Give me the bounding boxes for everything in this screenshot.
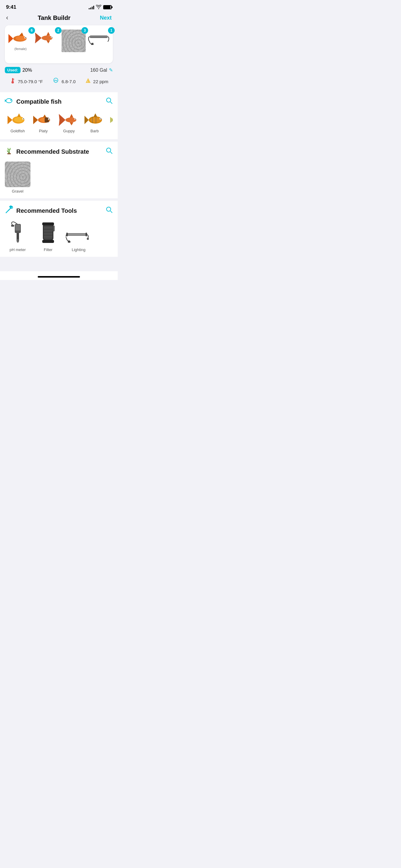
- tank-badge-3: 3: [82, 27, 88, 34]
- svg-rect-16: [93, 43, 93, 44]
- lighting-name: Lighting: [72, 247, 86, 252]
- substrate-list: Gravel: [5, 161, 113, 193]
- tank-item-guppy-male[interactable]: 2: [35, 30, 59, 47]
- ph-meter-image: [5, 221, 30, 246]
- platy-image: [32, 111, 55, 127]
- fish-item-guppy[interactable]: Guppy: [56, 111, 82, 133]
- home-indicator: [0, 271, 118, 280]
- guppy-image: [58, 111, 80, 127]
- fish-item-daino[interactable]: Daino: [107, 111, 113, 133]
- compatible-fish-header: Compatible fish: [5, 97, 113, 106]
- tool-item-lighting[interactable]: Lighting: [66, 221, 91, 252]
- used-badge: Used:: [5, 67, 21, 73]
- svg-point-53: [100, 118, 101, 119]
- substrate-section-icon: [5, 147, 13, 157]
- tank-item-guppy-female[interactable]: 6 (female): [8, 30, 33, 51]
- svg-rect-84: [44, 225, 53, 240]
- tools-list: pH meter: [5, 221, 113, 252]
- section-title-group-tools: Recommended Tools: [5, 206, 77, 216]
- svg-rect-93: [67, 234, 86, 235]
- substrate-header: Recommended Substrate: [5, 147, 113, 157]
- daino-image: [109, 111, 113, 127]
- status-icons: [89, 5, 112, 10]
- compatible-fish-section: Compatible fish: [0, 92, 118, 139]
- svg-rect-35: [45, 118, 49, 122]
- tank-gravel-img: [62, 30, 86, 52]
- tool-item-ph-meter[interactable]: pH meter: [5, 221, 30, 252]
- substrate-item-gravel[interactable]: Gravel: [5, 161, 30, 193]
- fish-item-barb[interactable]: Barb: [82, 111, 107, 133]
- goldfish-image: [6, 111, 29, 127]
- svg-line-26: [110, 102, 112, 104]
- thermometer-icon: [9, 78, 16, 86]
- svg-line-69: [110, 152, 112, 154]
- tank-item-gravel[interactable]: 3: [62, 30, 86, 53]
- fish-name-goldfish: Goldfish: [10, 129, 25, 133]
- fish-search-button[interactable]: [106, 97, 113, 106]
- tank-badge-1: 1: [108, 27, 115, 34]
- svg-marker-2: [8, 34, 13, 43]
- svg-line-75: [110, 211, 112, 213]
- volume-value: 160 Gal: [90, 67, 107, 73]
- svg-marker-43: [70, 122, 73, 125]
- tools-section-icon: [5, 206, 13, 216]
- tools-search-button[interactable]: [106, 206, 113, 215]
- svg-marker-8: [47, 32, 50, 36]
- svg-marker-42: [70, 114, 73, 118]
- gravel-name: Gravel: [12, 189, 23, 193]
- svg-point-40: [65, 118, 76, 122]
- svg-marker-22: [86, 78, 90, 83]
- fish-item-platy[interactable]: Platy: [30, 111, 56, 133]
- ph-meter-name: pH meter: [10, 247, 26, 252]
- svg-marker-30: [17, 113, 21, 117]
- svg-point-32: [23, 118, 24, 119]
- compatible-fish-title: Compatible fish: [16, 98, 62, 105]
- svg-rect-89: [42, 222, 54, 225]
- next-button[interactable]: Next: [100, 15, 112, 21]
- svg-point-39: [49, 119, 50, 119]
- param-ammonia: ! 22 ppm: [85, 78, 108, 86]
- svg-marker-37: [43, 115, 47, 118]
- svg-marker-36: [33, 116, 38, 124]
- tank-item-lighting[interactable]: 1: [88, 30, 112, 47]
- svg-point-25: [107, 98, 111, 102]
- svg-rect-79: [16, 224, 20, 230]
- substrate-search-button[interactable]: [106, 147, 113, 156]
- edit-icon[interactable]: ✎: [109, 67, 113, 73]
- svg-marker-29: [7, 116, 12, 124]
- fish-section-icon: [5, 97, 13, 106]
- param-ph: PH 6.8-7.0: [52, 78, 76, 86]
- section-title-group-substrate: Recommended Substrate: [5, 147, 89, 157]
- svg-text:PH: PH: [54, 80, 57, 82]
- svg-marker-9: [47, 40, 50, 43]
- svg-marker-58: [110, 117, 113, 123]
- barb-image: [83, 111, 106, 127]
- tools-header: Recommended Tools: [5, 206, 113, 216]
- svg-rect-80: [11, 225, 14, 227]
- tank-badge-6: 6: [28, 27, 35, 34]
- tank-item-female-label: (female): [15, 47, 27, 51]
- svg-marker-50: [85, 116, 89, 124]
- back-button[interactable]: ‹: [6, 14, 8, 22]
- svg-rect-13: [90, 36, 108, 37]
- svg-marker-7: [35, 33, 41, 43]
- tool-item-filter[interactable]: Filter: [35, 221, 61, 252]
- page-title: Tank Buildr: [38, 14, 70, 22]
- svg-text:!: !: [87, 80, 88, 83]
- svg-rect-77: [17, 239, 19, 243]
- ph-value: 6.8-7.0: [62, 79, 76, 84]
- temperature-value: 75.0-79.0 °F: [18, 79, 43, 84]
- fish-name-barb: Barb: [90, 129, 99, 133]
- svg-marker-51: [93, 113, 97, 117]
- svg-rect-90: [42, 240, 54, 243]
- filter-name: Filter: [44, 247, 53, 252]
- water-params: 75.0-79.0 °F PH 6.8-7.0 ! 22 ppm: [0, 73, 118, 90]
- home-bar: [38, 276, 80, 278]
- filter-image: [35, 221, 61, 246]
- fish-item-goldfish[interactable]: Goldfish: [5, 111, 30, 133]
- svg-point-74: [107, 207, 111, 211]
- ammonia-value: 22 ppm: [93, 79, 108, 84]
- svg-point-28: [14, 117, 24, 122]
- svg-rect-67: [7, 153, 11, 154]
- gravel-image: [5, 161, 30, 187]
